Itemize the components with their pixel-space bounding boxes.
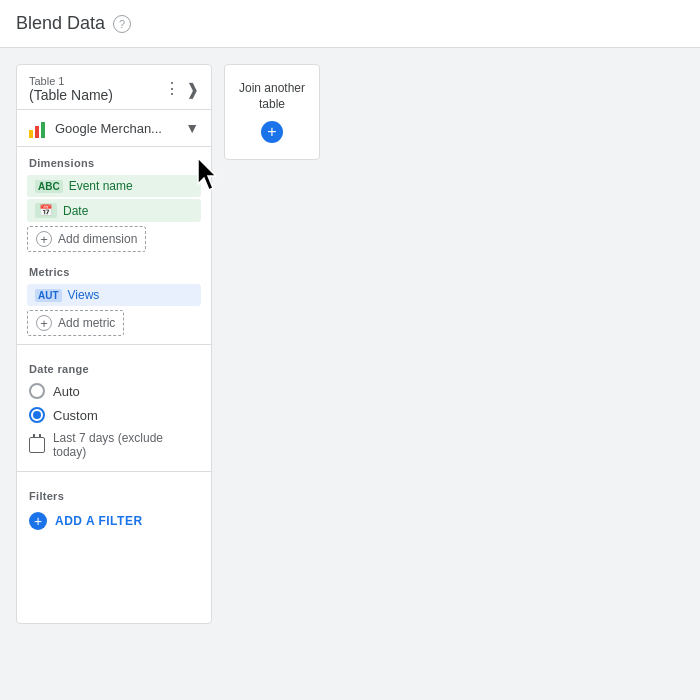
table1-name: (Table Name)	[29, 87, 113, 103]
page-title: Blend Data	[16, 13, 105, 34]
table1-title-block: Table 1 (Table Name)	[29, 75, 113, 103]
custom-radio-label: Custom	[53, 408, 98, 423]
help-icon[interactable]: ?	[113, 15, 131, 33]
join-table-text: Join another table	[239, 81, 305, 112]
datasource-icon	[29, 118, 49, 138]
add-metric-label: Add metric	[58, 316, 115, 330]
date-range-auto[interactable]: Auto	[17, 379, 211, 403]
datasource-dropdown-icon[interactable]: ▼	[185, 120, 199, 136]
table1-header: Table 1 (Table Name) ⋮ ❱	[17, 65, 211, 110]
join-table-card[interactable]: Join another table +	[224, 64, 320, 160]
metrics-label: Metrics	[17, 256, 211, 282]
dimension-event-name-label: Event name	[69, 179, 133, 193]
abc-icon: ABC	[35, 180, 63, 193]
date-display-text: Last 7 days (exclude today)	[53, 431, 199, 459]
calendar-chip-icon: 📅	[35, 203, 57, 218]
add-filter-plus-icon: +	[29, 512, 47, 530]
custom-radio[interactable]	[29, 407, 45, 423]
table1-label: Table 1	[29, 75, 113, 87]
more-options-icon[interactable]: ⋮	[164, 81, 180, 97]
add-filter-label: ADD A FILTER	[55, 514, 143, 528]
top-bar: Blend Data ?	[0, 0, 700, 48]
dimensions-label: Dimensions	[17, 147, 211, 173]
aut-icon: AUT	[35, 289, 62, 302]
date-range-label: Date range	[17, 353, 211, 379]
metric-views-label: Views	[68, 288, 100, 302]
join-table-plus-icon: +	[261, 121, 283, 143]
divider1	[17, 344, 211, 345]
dimension-date[interactable]: 📅 Date	[27, 199, 201, 222]
datasource-row[interactable]: Google Merchan... ▼	[17, 110, 211, 147]
add-filter-button[interactable]: + ADD A FILTER	[17, 506, 211, 536]
custom-radio-inner	[33, 411, 41, 419]
auto-radio[interactable]	[29, 383, 45, 399]
add-dimension-plus-icon: +	[36, 231, 52, 247]
table1-card: Table 1 (Table Name) ⋮ ❱ Google Merchan.…	[16, 64, 212, 624]
add-metric-plus-icon: +	[36, 315, 52, 331]
add-metric-button[interactable]: + Add metric	[27, 310, 124, 336]
divider2	[17, 471, 211, 472]
datasource-name: Google Merchan...	[55, 121, 179, 136]
add-dimension-label: Add dimension	[58, 232, 137, 246]
main-content: Table 1 (Table Name) ⋮ ❱ Google Merchan.…	[0, 48, 700, 640]
table1-header-icons: ⋮ ❱	[164, 80, 199, 99]
date-range-custom[interactable]: Custom	[17, 403, 211, 427]
expand-icon[interactable]: ❱	[186, 80, 199, 99]
dimension-event-name[interactable]: ABC Event name	[27, 175, 201, 197]
calendar-icon	[29, 437, 45, 453]
add-dimension-button[interactable]: + Add dimension	[27, 226, 146, 252]
filters-label: Filters	[17, 480, 211, 506]
dimension-date-label: Date	[63, 204, 88, 218]
auto-radio-label: Auto	[53, 384, 80, 399]
date-display-row: Last 7 days (exclude today)	[17, 427, 211, 463]
metric-views[interactable]: AUT Views	[27, 284, 201, 306]
